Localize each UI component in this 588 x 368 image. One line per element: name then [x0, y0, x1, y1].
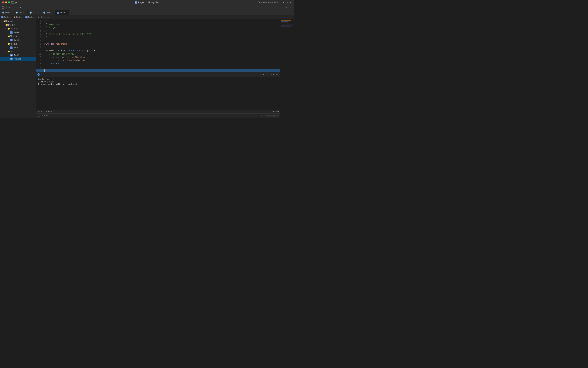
sidebar-item-task2-file[interactable]: C Task2 — [0, 46, 36, 50]
sidebar-toggle-button[interactable] — [11, 1, 14, 4]
line-code[interactable]: // insert code here... — [43, 52, 280, 55]
status-left: ⊕ filter — [38, 115, 48, 117]
window-controls: + ⊡ ⤢ — [282, 1, 292, 4]
line-code[interactable]: } — [43, 65, 280, 69]
line-code[interactable]: // — [43, 19, 280, 23]
sidebar-item-task3-folder[interactable]: ▾ 📁 Task 3 — [0, 34, 36, 38]
indent-button[interactable]: ⇥ — [284, 6, 288, 9]
cpp-icon: C — [30, 11, 32, 14]
auto-text: Auto ◦ — [37, 110, 44, 113]
breadcrumb: P Project › Project › C Project › No Sel… — [0, 15, 294, 19]
line-number: 8 — [36, 42, 43, 46]
run-button[interactable]: ▶ — [18, 6, 22, 9]
line-number: 9 — [36, 46, 43, 49]
status-filter: ⊕ filter — [42, 115, 48, 117]
svg-text:P: P — [2, 17, 3, 18]
line-number: 4 — [36, 29, 43, 33]
title-bar: ▶ P Project › M My Mac Finished running … — [0, 0, 294, 5]
line-code[interactable]: std::cout << "Hello, World!\n"; — [43, 55, 280, 59]
svg-point-12 — [38, 115, 40, 117]
line-code[interactable]: // Created by FreeSpirit on 2024/7/19. — [43, 33, 280, 36]
status-bar: ⊕ filter CSDN @没伞的行者 — [36, 113, 280, 118]
tab-task3[interactable]: C Task3 — [14, 10, 27, 15]
code-line-5: 5// Created by FreeSpirit on 2024/7/19. — [36, 33, 280, 36]
line-number: 13 — [36, 59, 43, 62]
terminal-output: Hello, World! I am Project! Program ende… — [36, 77, 280, 110]
line-code[interactable]: #include <iostream> — [43, 42, 280, 46]
sidebar-item-task3-file[interactable]: C Task3 — [0, 38, 36, 42]
code-line-10: 10int main(int argc, const char * argv[]… — [36, 49, 280, 52]
line-number: 7 — [36, 39, 43, 42]
filter-label-right: ◉ Filter — [272, 111, 279, 113]
add-tab-button[interactable]: + — [282, 1, 284, 4]
minimize-button[interactable] — [5, 1, 7, 3]
line-code[interactable]: // — [43, 36, 280, 39]
build-target: M My Mac — [148, 1, 159, 4]
maximize-button[interactable] — [8, 1, 10, 3]
code-line-12: 12 std::cout << "Hello, World!\n"; — [36, 55, 280, 59]
folder-icon: 📁 — [5, 24, 8, 26]
play-button[interactable]: ▶ — [15, 1, 18, 4]
tab-bar: C Task4 C Task3 C Task2 C Task1 C Projec… — [0, 10, 294, 15]
sidebar-item-root-project[interactable]: ▾ 📁 Project — [0, 19, 36, 23]
sidebar-item-task1-folder[interactable]: ▾ 📁 Task 1 — [0, 50, 36, 53]
line-code[interactable]: int main(int argc, const char * argv[]) … — [43, 49, 280, 52]
sidebar-icon-button[interactable] — [1, 6, 5, 9]
svg-rect-4 — [2, 6, 4, 9]
chevron-icon: ▾ — [5, 43, 7, 45]
title-bar-center: P Project › M My Mac — [135, 1, 159, 4]
code-line-6: 6// — [36, 36, 280, 39]
code-editor[interactable]: 1//2// main.cpp3// Project4//5// Created… — [36, 19, 280, 72]
cpp-icon: C — [2, 11, 4, 14]
line-number: 16 — [36, 69, 43, 72]
tab-task1[interactable]: C Task1 — [41, 10, 55, 15]
cpp-icon: C — [43, 11, 45, 14]
sidebar-item-project-file[interactable]: C Project — [0, 57, 36, 61]
sidebar-item-task2-folder[interactable]: ▾ 📁 Task 2 — [0, 42, 36, 46]
nav-forward-button[interactable]: › — [12, 6, 16, 9]
project-tab-icon: C — [57, 12, 59, 14]
tab-project[interactable]: C Project — [55, 10, 69, 15]
sidebar-item-project-folder[interactable]: ▾ 📁 Project — [0, 23, 36, 27]
cpp-icon: C — [10, 46, 13, 49]
folder-icon: 📁 — [3, 20, 6, 22]
list-button[interactable]: ≡ — [289, 6, 293, 9]
line-code[interactable] — [43, 39, 280, 42]
folder-icon: 📁 — [7, 50, 10, 53]
terminal-status-dot — [37, 73, 40, 76]
bottom-status-bar: Auto ◦ Filter ◉ Filter — [36, 110, 280, 113]
close-button[interactable] — [2, 1, 4, 3]
line-code[interactable]: // main.cpp — [43, 23, 280, 26]
sidebar-item-task1-file[interactable]: C Task1 — [0, 53, 36, 57]
editor-toolbar: ‹ › ▶ ⇥ ≡ — [0, 5, 294, 10]
line-code[interactable]: // — [43, 29, 280, 33]
line-number: 11 — [36, 52, 43, 55]
project-file-icon: C — [10, 58, 13, 60]
project-icon: P — [135, 1, 137, 4]
tab-task2[interactable]: C Task2 — [27, 10, 41, 15]
bottom-toolbar: Line: 16 Col: 1 ⊡ — [36, 72, 280, 77]
code-line-2: 2// main.cpp — [36, 23, 280, 26]
minimap — [280, 19, 294, 118]
tab-task4[interactable]: C Task4 — [0, 10, 14, 15]
sidebar-item-task4-file[interactable]: C Task4 — [0, 31, 36, 34]
line-code[interactable]: std::cout << "I am Project!\n"; — [43, 59, 280, 62]
chevron-icon: ▾ — [1, 20, 3, 22]
traffic-lights — [2, 1, 10, 3]
sidebar-item-task4-folder[interactable]: ▾ 📁 Task 4 — [0, 27, 36, 31]
terminal-expand-button[interactable]: ⊡ — [275, 73, 279, 76]
fullscreen-button[interactable]: ⤢ — [289, 1, 292, 4]
text-cursor — [44, 69, 45, 72]
cpp-icon: C — [10, 39, 13, 41]
line-code[interactable]: // Project — [43, 26, 280, 29]
nav-back-button[interactable]: ‹ — [8, 6, 11, 9]
line-number: 1 — [36, 19, 43, 23]
chevron-icon: ▾ — [5, 28, 7, 30]
split-view-button[interactable]: ⊡ — [285, 1, 288, 4]
line-code[interactable] — [43, 46, 280, 49]
line-code[interactable] — [43, 69, 280, 72]
line-code[interactable]: return 0; — [43, 62, 280, 65]
title-bar-left: ▶ — [2, 1, 18, 4]
terminal-line-1: Hello, World! — [38, 78, 278, 81]
main-area: ▾ 📁 Project ▾ 📁 Project ▾ 📁 Task 4 C Tas… — [0, 19, 294, 118]
